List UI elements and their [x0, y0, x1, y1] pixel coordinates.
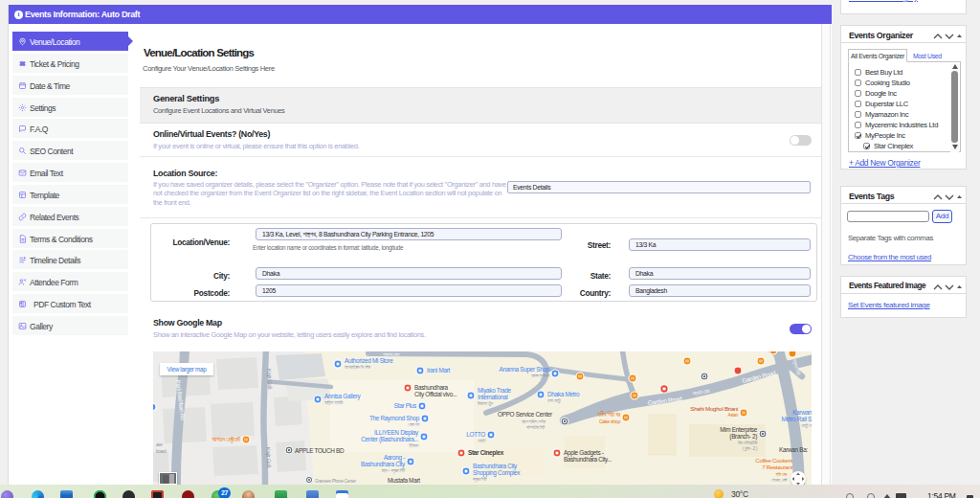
svg-text:Grameen Phone Center: Grameen Phone Center — [315, 479, 357, 484]
svg-text:অথোরাইজড মি স্টোর: অথোরাইজড মি স্টোর — [344, 364, 370, 370]
svg-text:Kajir Goli: Kajir Goli — [266, 369, 273, 390]
svg-text:OPPO Service Center: OPPO Service Center — [498, 411, 553, 418]
svg-text:মিয়াকো ট্রেড: মিয়াকো ট্রেড — [477, 400, 494, 407]
svg-text:Irani Mart: Irani Mart — [427, 367, 451, 374]
svg-text:Karwan: Karwan — [792, 409, 812, 416]
svg-text:হাবীব পিঠা ঘর: হাবীব পিঠা ঘর — [596, 410, 621, 418]
svg-text:Dhaka Metro: Dhaka Metro — [547, 391, 580, 397]
svg-text:Shopping Complex: Shopping Complex — [473, 469, 521, 477]
svg-text:Star Plus: Star Plus — [394, 402, 416, 409]
svg-text:সেভেন, রেস্ট: সেভেন, রেস্ট — [771, 477, 788, 483]
svg-text:আগে সার্ভিস সেন্টার: আগে সার্ভিস সেন্টার — [521, 419, 546, 424]
svg-text:ater: ater — [156, 442, 163, 447]
svg-text:Cake shop: Cake shop — [599, 419, 621, 424]
svg-text:Karwan Ba:: Karwan Ba: — [779, 446, 809, 453]
svg-text:( ব্রাঞ্চ - 2 ): ( ব্রাঞ্চ - 2 ) — [743, 446, 758, 452]
svg-text:Bashundhara City...: Bashundhara City... — [564, 456, 612, 464]
svg-text:ইলিয়েন: ইলিয়েন — [408, 442, 419, 448]
svg-text:মেট্রো রে: মেট্রো রে — [801, 422, 812, 429]
svg-text:Shahi Moghol Briani: Shahi Moghol Briani — [690, 405, 738, 412]
svg-text:City Official vivo...: City Official vivo... — [414, 391, 457, 398]
svg-text:LOTTO: LOTTO — [466, 431, 485, 438]
svg-text:Center (Bashundhara...: Center (Bashundhara... — [361, 436, 418, 443]
svg-text:Metro Rail S: Metro Rail S — [781, 416, 812, 422]
svg-text:কফি রেস্ত: কফি রেস্ত — [774, 472, 787, 477]
svg-text:কম্পিউটার সিটি: কম্পিউটার সিটি — [525, 424, 546, 430]
svg-text:APPLE TOUCH BD: APPLE TOUCH BD — [295, 447, 345, 454]
svg-text:Annisa Gallery: Annisa Gallery — [324, 393, 361, 400]
svg-text:Bashundhara City: Bashundhara City — [361, 461, 406, 468]
svg-text:7 Restaurant: 7 Restaurant — [762, 464, 792, 470]
svg-text:Asian: Asian — [728, 413, 739, 418]
svg-text:Coffee Cookers: Coffee Cookers — [755, 457, 792, 464]
svg-text:Authorized Mi Store: Authorized Mi Store — [345, 357, 393, 364]
svg-text:লোটো: লোটো — [478, 438, 485, 443]
svg-text:Bashundhara: Bashundhara — [414, 384, 448, 391]
svg-text:International: International — [478, 394, 507, 400]
svg-text:Mustafa Mart: Mustafa Mart — [388, 477, 420, 484]
svg-text:Star Cineplex: Star Cineplex — [468, 449, 504, 457]
svg-text:(Branch- 2): (Branch- 2) — [729, 433, 757, 441]
svg-text:Kajir Goli: Kajir Goli — [265, 447, 272, 468]
svg-text:The Raymond Shop: The Raymond Shop — [369, 415, 420, 422]
svg-text:Ananna Super Shop: Ananna Super Shop — [500, 366, 550, 374]
svg-text:board: board — [156, 449, 167, 454]
svg-text:মিম এন্টারপ্রাইজ: মিম এন্টারপ্রাইজ — [737, 440, 757, 445]
svg-text:রেমন শপ: রেমন শপ — [409, 422, 420, 427]
svg-text:ঢাকা মেট্রো: ঢাকা মেট্রো — [546, 397, 561, 404]
svg-text:আপায়ন রেস্টুরেন্ট: আপায়ন রেস্টুরেন্ট — [211, 436, 240, 443]
